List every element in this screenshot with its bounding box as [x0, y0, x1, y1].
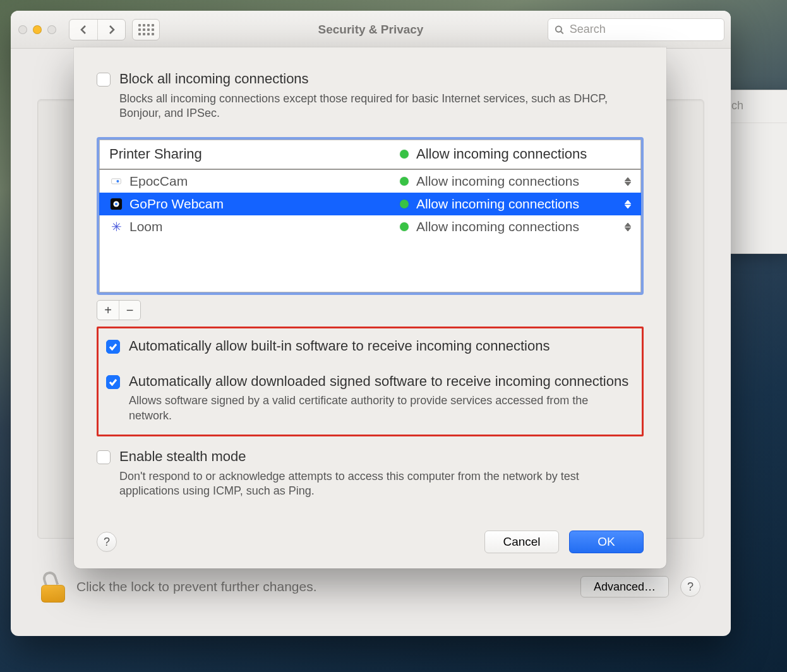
zoom-window-button[interactable] [47, 25, 56, 34]
help-button[interactable]: ? [680, 577, 700, 597]
search-icon [555, 25, 564, 35]
grid-icon [138, 24, 154, 35]
chevron-down-icon [625, 182, 631, 186]
check-icon [109, 378, 117, 386]
status-stepper[interactable] [625, 200, 631, 208]
apps-header-status: Allow incoming connections [416, 146, 587, 162]
show-all-button[interactable] [132, 19, 160, 40]
auto-builtin-checkbox[interactable] [106, 340, 120, 354]
firewall-apps-header: Printer Sharing Allow incoming connectio… [99, 140, 641, 170]
stealth-label: Enable stealth mode [119, 448, 637, 465]
auto-signed-label: Automatically allow downloaded signed so… [129, 373, 634, 390]
svg-point-8 [115, 203, 117, 205]
list-item[interactable]: GoPro Webcam Allow incoming connections [99, 193, 641, 215]
firewall-options-sheet: Block all incoming connections Blocks al… [74, 47, 666, 568]
lock-button[interactable] [41, 571, 65, 603]
chevron-left-icon [79, 25, 88, 35]
status-dot-icon [400, 150, 409, 159]
background-window-row: ch [725, 90, 787, 123]
close-window-button[interactable] [18, 25, 27, 34]
advanced-button[interactable]: Advanced… [580, 576, 669, 597]
add-app-button[interactable]: + [97, 301, 119, 320]
list-item[interactable]: EpocCam Allow incoming connections [99, 170, 641, 193]
ok-button[interactable]: OK [569, 531, 644, 553]
stealth-description: Don't respond to or acknowledge attempts… [119, 469, 637, 499]
lock-row: Click the lock to prevent further change… [41, 568, 700, 606]
status-stepper[interactable] [625, 223, 631, 231]
svg-point-0 [556, 26, 562, 32]
chevron-up-icon [625, 200, 631, 204]
stealth-option: Enable stealth mode Don't respond to or … [97, 448, 644, 498]
status-dot-icon [400, 222, 409, 231]
app-name: EpocCam [129, 174, 188, 189]
minimize-window-button[interactable] [33, 25, 42, 34]
block-all-checkbox[interactable] [97, 73, 111, 87]
list-item[interactable]: ✳ Loom Allow incoming connections [99, 215, 641, 238]
svg-marker-9 [625, 200, 631, 204]
block-all-description: Blocks all incoming connections except t… [119, 92, 637, 121]
app-status: Allow incoming connections [416, 219, 579, 234]
search-input[interactable] [568, 22, 718, 37]
svg-marker-12 [625, 227, 631, 231]
auto-signed-option: Automatically allow downloaded signed so… [106, 373, 634, 423]
nav-forward-button[interactable] [97, 20, 125, 40]
svg-line-1 [561, 31, 563, 33]
nav-back-button[interactable] [69, 20, 97, 40]
auto-builtin-label: Automatically allow built-in software to… [129, 337, 550, 355]
lock-help-text: Click the lock to prevent further change… [76, 579, 317, 594]
apps-header-name: Printer Sharing [109, 146, 202, 162]
svg-marker-11 [625, 223, 631, 227]
remove-app-button[interactable]: − [119, 301, 140, 320]
gopro-icon [109, 197, 123, 211]
chevron-down-icon [625, 205, 631, 208]
app-status: Allow incoming connections [416, 196, 579, 212]
background-window: ch [724, 90, 787, 254]
cancel-button[interactable]: Cancel [484, 531, 559, 553]
svg-marker-4 [625, 177, 631, 181]
sheet-help-button[interactable]: ? [97, 532, 117, 552]
camera-dot-icon [109, 174, 123, 188]
auto-builtin-option: Automatically allow built-in software to… [106, 337, 634, 355]
sheet-footer: ? Cancel OK [97, 531, 644, 553]
nav-buttons [69, 19, 126, 40]
svg-point-3 [116, 180, 119, 183]
asterisk-icon: ✳ [109, 220, 123, 234]
svg-rect-2 [112, 179, 121, 184]
auto-signed-description: Allows software signed by a valid certif… [129, 393, 634, 423]
annotation-highlight: Automatically allow built-in software to… [97, 327, 644, 436]
add-remove-buttons: + − [97, 300, 141, 320]
status-stepper[interactable] [625, 177, 631, 186]
window-controls [17, 25, 60, 34]
app-status: Allow incoming connections [416, 174, 579, 189]
chevron-right-icon [107, 25, 116, 35]
preferences-window: Security & Privacy Click the lock to pre… [11, 11, 731, 636]
block-all-option: Block all incoming connections Blocks al… [97, 70, 644, 121]
titlebar: Security & Privacy [11, 11, 731, 49]
status-dot-icon [400, 200, 409, 208]
chevron-up-icon [625, 223, 631, 227]
auto-signed-checkbox[interactable] [106, 375, 120, 389]
status-dot-icon [400, 177, 409, 186]
firewall-apps-list[interactable]: Printer Sharing Allow incoming connectio… [97, 137, 644, 295]
stealth-checkbox[interactable] [97, 450, 111, 464]
svg-marker-10 [625, 205, 631, 208]
chevron-up-icon [625, 177, 631, 181]
search-field[interactable] [548, 18, 724, 41]
app-name: GoPro Webcam [129, 196, 224, 212]
app-name: Loom [129, 219, 163, 234]
block-all-label: Block all incoming connections [119, 70, 637, 88]
check-icon [109, 343, 117, 351]
svg-marker-5 [625, 182, 631, 186]
chevron-down-icon [625, 227, 631, 231]
